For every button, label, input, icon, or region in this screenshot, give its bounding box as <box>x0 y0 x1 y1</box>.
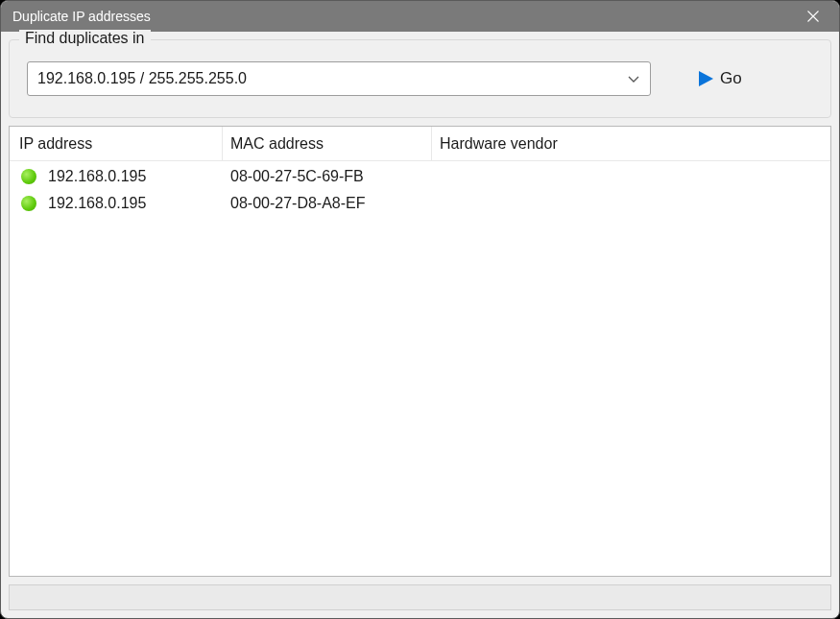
cell-vendor <box>432 190 830 217</box>
group-legend: Find duplicates in <box>19 30 151 47</box>
column-header-mac[interactable]: MAC address <box>223 127 432 160</box>
table-row[interactable]: 192.168.0.19508-00-27-5C-69-FB <box>10 163 830 190</box>
window: Duplicate IP addresses Find duplicates i… <box>0 0 840 619</box>
column-header-ip[interactable]: IP address <box>10 127 223 160</box>
ip-value: 192.168.0.195 <box>48 195 146 212</box>
cell-ip: 192.168.0.195 <box>10 190 223 217</box>
svg-marker-2 <box>699 71 713 86</box>
table-header: IP address MAC address Hardware vendor <box>10 127 830 161</box>
close-icon <box>807 11 819 22</box>
ip-value: 192.168.0.195 <box>48 168 146 185</box>
cell-mac: 08-00-27-D8-A8-EF <box>223 190 432 217</box>
titlebar[interactable]: Duplicate IP addresses <box>1 1 839 32</box>
results-table: IP address MAC address Hardware vendor 1… <box>9 126 831 577</box>
status-bar <box>9 584 831 610</box>
network-dropdown-value: 192.168.0.195 / 255.255.255.0 <box>37 70 627 87</box>
window-title: Duplicate IP addresses <box>12 9 791 24</box>
go-button-label: Go <box>720 69 742 88</box>
table-row[interactable]: 192.168.0.19508-00-27-D8-A8-EF <box>10 190 830 217</box>
play-icon <box>697 70 714 87</box>
cell-mac: 08-00-27-5C-69-FB <box>223 163 432 190</box>
finder-row: 192.168.0.195 / 255.255.255.0 Go <box>27 61 813 96</box>
go-button[interactable]: Go <box>689 65 750 92</box>
column-header-vendor[interactable]: Hardware vendor <box>432 127 830 160</box>
close-button[interactable] <box>791 1 835 32</box>
find-duplicates-group: Find duplicates in 192.168.0.195 / 255.2… <box>9 39 831 118</box>
cell-vendor <box>432 163 830 190</box>
content-area: Find duplicates in 192.168.0.195 / 255.2… <box>1 32 839 618</box>
cell-ip: 192.168.0.195 <box>10 163 223 190</box>
network-dropdown[interactable]: 192.168.0.195 / 255.255.255.0 <box>27 61 651 96</box>
status-online-icon <box>21 196 36 211</box>
status-online-icon <box>21 169 36 184</box>
chevron-down-icon <box>627 72 640 85</box>
table-body: 192.168.0.19508-00-27-5C-69-FB192.168.0.… <box>10 161 830 576</box>
